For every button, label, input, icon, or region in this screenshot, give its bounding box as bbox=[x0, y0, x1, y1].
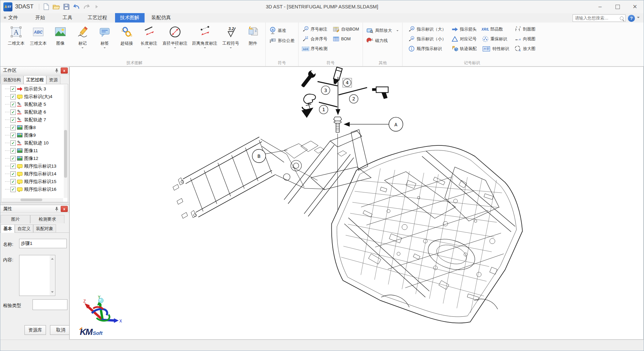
more-commands-button[interactable] bbox=[92, 2, 102, 11]
tab-picture[interactable]: 图片 bbox=[1, 215, 30, 223]
tree-vertical-scrollbar[interactable] bbox=[64, 85, 67, 198]
checkbox[interactable]: ✓ bbox=[10, 102, 16, 107]
ribbon-button-3d-text[interactable]: ABC 三维文本 bbox=[27, 23, 49, 49]
tree-item[interactable]: ✓装配轨迹 5 bbox=[2, 100, 63, 108]
checkbox[interactable]: ✓ bbox=[10, 187, 16, 192]
checkbox[interactable]: ✓ bbox=[10, 94, 16, 99]
tool-callout-group[interactable]: 3 4 2 1 bbox=[252, 67, 403, 163]
tab-process[interactable]: 工艺过程 bbox=[23, 76, 46, 84]
ribbon-button-hyperlink[interactable]: 超链接 bbox=[116, 23, 138, 49]
tab-custom[interactable]: 自定义 bbox=[15, 224, 33, 233]
search-input[interactable] bbox=[573, 14, 626, 22]
checkbox[interactable]: ✓ bbox=[10, 164, 16, 169]
ribbon-button-2d-text[interactable]: A 二维文本 bbox=[5, 23, 27, 49]
tab-inspection-requirements[interactable]: 检测要求 bbox=[30, 215, 64, 223]
ribbon-button-merge-number[interactable]: 12 合并序号 bbox=[300, 34, 330, 44]
menu-tab-technical-illustration[interactable]: 技术图解 bbox=[115, 13, 145, 23]
hand-tighten-icon[interactable] bbox=[302, 94, 316, 110]
tree-item[interactable]: ✓顺序指示标识14 bbox=[2, 170, 63, 178]
checkbox[interactable]: ✓ bbox=[10, 86, 16, 92]
ribbon-button-diameter-radius[interactable]: 直径半径标注 bbox=[160, 23, 190, 49]
tree-item[interactable]: ✓装配轨迹 10 bbox=[2, 139, 63, 147]
bolt-graphic[interactable] bbox=[334, 117, 342, 132]
check-type-field[interactable] bbox=[33, 299, 67, 310]
ribbon-button-trace-assembly[interactable]: 轨迹装配 bbox=[449, 44, 479, 53]
tab-basic[interactable]: 基本 bbox=[1, 224, 15, 233]
tree-item[interactable]: ✓顺序指示标识15 bbox=[2, 178, 63, 185]
ribbon-button-image[interactable]: 图像 bbox=[49, 23, 71, 49]
ribbon-button-label[interactable]: 标签 bbox=[94, 23, 116, 49]
tree-item[interactable]: ✓图像12 bbox=[2, 155, 63, 162]
checkbox[interactable]: ✓ bbox=[10, 156, 16, 161]
ribbon-button-mark[interactable]: 标记 bbox=[71, 23, 94, 49]
balloon-a[interactable]: A bbox=[344, 117, 403, 131]
ribbon-button-parts-count[interactable]: XR/L 部品数 bbox=[480, 25, 512, 34]
ribbon-button-number-check[interactable]: 123 序号检测 bbox=[300, 44, 330, 53]
callout-3[interactable]: 3 bbox=[321, 86, 330, 95]
ribbon-button-indicator-large[interactable]: A 指示标识（大） bbox=[406, 25, 448, 34]
ribbon-button-engineering-symbol[interactable]: 3.2 工程符号 bbox=[220, 23, 242, 49]
balloon-b[interactable]: B bbox=[252, 149, 287, 163]
checkbox[interactable]: ✓ bbox=[10, 133, 16, 138]
callout-1[interactable]: 1 bbox=[319, 105, 328, 114]
tree-item[interactable]: ✓装配轨迹 6 bbox=[2, 108, 63, 116]
menu-tab-process[interactable]: 工艺过程 bbox=[83, 13, 112, 23]
tree-item[interactable]: ✓图像9 bbox=[2, 131, 63, 139]
tree-item[interactable]: ✓顺序指示标识16 bbox=[2, 185, 63, 193]
ribbon-button-length-dimension[interactable]: 长度标注 bbox=[138, 23, 160, 49]
help-button[interactable]: ? bbox=[628, 15, 635, 22]
help-dropdown-icon[interactable] bbox=[637, 17, 640, 19]
content-field[interactable] bbox=[19, 255, 55, 296]
ribbon-button-balloon-number[interactable]: 1 序号标注 bbox=[300, 25, 330, 34]
ribbon-button-indicator-small[interactable]: a 指示标识（小） bbox=[406, 34, 448, 44]
redo-button[interactable] bbox=[82, 2, 92, 11]
ribbon-button-attachment[interactable]: 附件 bbox=[242, 23, 264, 49]
drawing-canvas[interactable]: 3 4 2 1 bbox=[69, 67, 644, 340]
checkbox[interactable]: ✓ bbox=[10, 109, 16, 115]
tab-assembly-object[interactable]: 装配对象 bbox=[33, 224, 56, 233]
ribbon-button-datum[interactable]: A 基准 bbox=[267, 26, 297, 35]
close-button[interactable]: × bbox=[626, 0, 644, 13]
pin-icon[interactable] bbox=[54, 68, 60, 74]
tree-item[interactable]: ✓指示箭头 3 bbox=[2, 85, 63, 93]
ribbon-button-distance-angle[interactable]: 距离角度标注 bbox=[190, 23, 220, 49]
resource-library-button[interactable]: 资源库 bbox=[24, 325, 46, 335]
callout-2[interactable]: 2 bbox=[350, 94, 358, 103]
tree-item[interactable]: ✓顺序指示标识13 bbox=[2, 162, 63, 170]
menu-tab-assembly-simulation[interactable]: 装配仿真 bbox=[147, 13, 176, 23]
checkbox[interactable]: ✓ bbox=[10, 148, 16, 153]
ribbon-button-indicator-arrow[interactable]: 指示箭头 bbox=[449, 25, 479, 34]
checkbox[interactable]: ✓ bbox=[10, 140, 16, 146]
checkbox[interactable]: ✓ bbox=[10, 125, 16, 130]
open-file-button[interactable] bbox=[51, 2, 61, 11]
pin-icon[interactable] bbox=[54, 206, 60, 212]
undo-button[interactable] bbox=[71, 2, 82, 11]
callout-4[interactable]: 4 bbox=[343, 78, 352, 87]
menu-tab-start[interactable]: 开始 bbox=[31, 13, 50, 23]
tab-assembly-structure[interactable]: 装配结构 bbox=[1, 76, 23, 84]
ribbon-button-direction-view[interactable]: A 向视图 bbox=[512, 34, 538, 44]
menu-tab-tools[interactable]: 工具 bbox=[58, 13, 77, 23]
checkbox[interactable]: ✓ bbox=[10, 171, 16, 177]
checkbox[interactable]: ✓ bbox=[10, 179, 16, 184]
checkbox[interactable]: ✓ bbox=[10, 117, 16, 123]
tree-horizontal-scrollbar[interactable] bbox=[2, 198, 63, 202]
ribbon-button-enlarged-view[interactable]: A 放大图 bbox=[512, 44, 538, 53]
ribbon-button-section-view[interactable]: A A 剖面图 bbox=[512, 25, 538, 34]
impact-driver-icon[interactable] bbox=[372, 87, 388, 99]
cancel-button[interactable]: 取消 bbox=[50, 325, 69, 335]
tree-item[interactable]: ✓装配轨迹 7 bbox=[2, 116, 63, 124]
restore-button[interactable] bbox=[609, 0, 626, 13]
name-field[interactable] bbox=[19, 239, 67, 248]
panel-splitter[interactable] bbox=[0, 202, 69, 205]
minimize-button[interactable]: – bbox=[591, 0, 609, 13]
ribbon-button-sequence-indicator[interactable]: 1 顺序指示标识 bbox=[406, 44, 448, 53]
ribbon-button-auto-bom[interactable]: 自动BOM bbox=[330, 25, 361, 34]
search-icon[interactable] bbox=[620, 16, 624, 20]
save-button[interactable] bbox=[61, 2, 71, 11]
tab-resources[interactable]: 资源 bbox=[46, 76, 60, 84]
tree-item[interactable]: ✓图像8 bbox=[2, 124, 63, 131]
workspace-close-button[interactable]: x bbox=[61, 68, 68, 74]
new-file-button[interactable] bbox=[41, 2, 51, 11]
ribbon-button-magnetic-line[interactable]: 磁力线 bbox=[364, 36, 401, 45]
